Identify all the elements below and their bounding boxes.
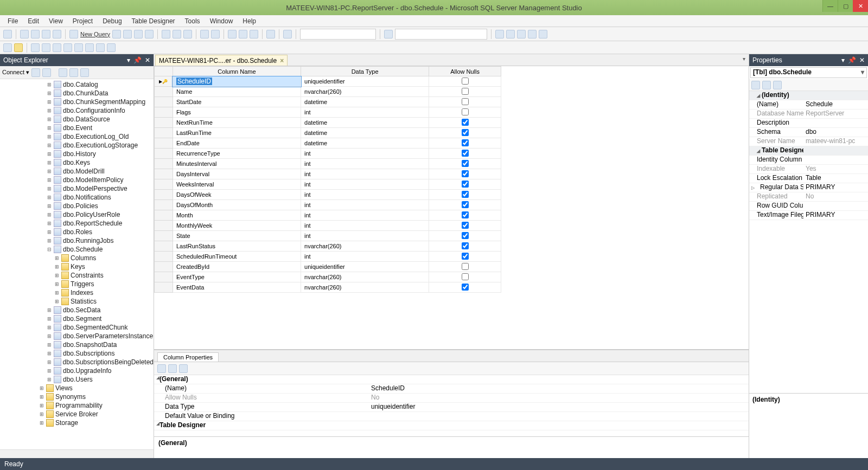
oe-stop-icon[interactable] xyxy=(80,68,89,77)
row-header[interactable] xyxy=(155,272,173,282)
property-value[interactable] xyxy=(803,156,868,164)
expand-icon[interactable]: ⊞ xyxy=(47,169,52,174)
dropdown-icon[interactable]: ▾ xyxy=(841,56,845,64)
data-type-cell[interactable]: uniqueidentifier xyxy=(301,76,429,87)
folder-node[interactable]: ⊞Keys xyxy=(1,262,154,271)
paste-icon[interactable] xyxy=(183,30,192,38)
allow-nulls-cell[interactable] xyxy=(429,76,501,87)
property-row[interactable]: Schemadbo xyxy=(749,128,868,137)
allow-nulls-cell[interactable] xyxy=(429,231,501,241)
close-panel-icon[interactable]: ✕ xyxy=(145,56,150,64)
expand-icon[interactable]: ⊞ xyxy=(47,351,52,356)
allow-nulls-cell[interactable] xyxy=(429,149,501,159)
table-node[interactable]: ⊞dbo.ExecutionLog_Old xyxy=(1,132,154,141)
column-header-nulls[interactable]: Allow Nulls xyxy=(429,67,501,76)
row-header[interactable] xyxy=(155,138,173,149)
column-row[interactable]: CreatedByIduniqueidentifier xyxy=(155,262,501,272)
oe-refresh-icon[interactable] xyxy=(69,68,78,77)
column-row[interactable]: RecurrenceTypeint xyxy=(155,149,501,159)
allow-nulls-checkbox[interactable] xyxy=(462,253,469,260)
allow-nulls-cell[interactable] xyxy=(429,210,501,221)
allow-nulls-checkbox[interactable] xyxy=(462,273,469,280)
row-header[interactable] xyxy=(155,252,173,262)
menu-item-file[interactable]: File xyxy=(3,16,22,26)
expand-icon[interactable]: ⊞ xyxy=(54,273,60,278)
oe-icon-1[interactable] xyxy=(31,68,40,77)
column-row[interactable]: ScheduledRunTimeoutint xyxy=(155,252,501,262)
expand-icon[interactable]: ⊟ xyxy=(47,247,52,252)
column-name-cell[interactable]: DaysOfMonth xyxy=(173,200,301,210)
row-header[interactable] xyxy=(155,97,173,107)
property-row[interactable]: Lock EscalationTable xyxy=(749,174,868,183)
script-icon-4[interactable] xyxy=(63,43,72,52)
allow-nulls-cell[interactable] xyxy=(429,87,501,97)
table-node[interactable]: ⊞dbo.DataSource xyxy=(1,115,154,124)
data-type-cell[interactable]: datetime xyxy=(301,118,429,128)
properties-grid[interactable]: ◢(Identity)(Name)ScheduleDatabase NameRe… xyxy=(749,91,868,393)
expand-icon[interactable]: ⊞ xyxy=(54,290,60,295)
property-row[interactable]: ▷Regular Data SpacPRIMARY xyxy=(749,183,868,192)
column-row[interactable]: LastRunStatusnvarchar(260) xyxy=(155,241,501,252)
expand-icon[interactable]: ⊞ xyxy=(47,238,52,243)
property-category[interactable]: ◢(Identity) xyxy=(749,91,868,100)
data-type-cell[interactable]: int xyxy=(301,221,429,231)
script-icon-1[interactable] xyxy=(31,43,40,52)
property-value[interactable]: uniqueidentifier xyxy=(371,403,749,411)
allow-nulls-checkbox[interactable] xyxy=(462,232,469,239)
connect-button[interactable]: Connect ▾ xyxy=(2,69,29,76)
allow-nulls-cell[interactable] xyxy=(429,282,501,293)
table-node[interactable]: ⊞dbo.PolicyUserRole xyxy=(1,210,154,219)
data-type-cell[interactable]: int xyxy=(301,179,429,190)
property-value[interactable]: Table xyxy=(803,174,868,183)
property-value[interactable] xyxy=(803,119,868,127)
pin-icon[interactable]: 📌 xyxy=(133,56,142,64)
row-header[interactable] xyxy=(155,159,173,169)
collapse-icon[interactable]: ◢ xyxy=(156,421,159,426)
allow-nulls-cell[interactable] xyxy=(429,118,501,128)
column-row[interactable]: DaysIntervalint xyxy=(155,169,501,179)
row-header[interactable] xyxy=(155,107,173,118)
row-header[interactable] xyxy=(155,210,173,221)
data-type-cell[interactable]: nvarchar(260) xyxy=(301,241,429,252)
table-view-icon[interactable] xyxy=(3,43,12,52)
column-name-cell[interactable]: ScheduleID xyxy=(173,76,301,87)
pin-icon[interactable]: 📌 xyxy=(848,56,856,64)
category-row[interactable]: ◢ Table Designer xyxy=(154,421,749,430)
script-icon-3[interactable] xyxy=(53,43,61,52)
allow-nulls-cell[interactable] xyxy=(429,138,501,149)
start-debug-icon[interactable] xyxy=(283,30,292,38)
data-type-cell[interactable]: datetime xyxy=(301,128,429,138)
copy-icon[interactable] xyxy=(173,30,181,38)
dropdown-icon[interactable]: ▾ xyxy=(861,68,864,76)
allow-nulls-checkbox[interactable] xyxy=(462,160,469,167)
row-header[interactable] xyxy=(155,241,173,252)
column-row[interactable]: Stateint xyxy=(155,231,501,241)
column-row[interactable]: MonthlyWeekint xyxy=(155,221,501,231)
table-node[interactable]: ⊞dbo.SubscriptionsBeingDeleted xyxy=(1,358,154,366)
column-properties-tab[interactable]: Column Properties xyxy=(157,352,219,362)
expand-icon[interactable]: ⊞ xyxy=(47,316,52,321)
oe-icon-2[interactable] xyxy=(42,68,51,77)
menu-item-debug[interactable]: Debug xyxy=(98,16,126,26)
column-row[interactable]: EventTypenvarchar(260) xyxy=(155,272,501,282)
expand-icon[interactable]: ⊞ xyxy=(47,333,52,339)
folder-node[interactable]: ⊞Synonyms xyxy=(1,392,154,401)
table-node[interactable]: ⊞dbo.UpgradeInfo xyxy=(1,366,154,375)
allow-nulls-checkbox[interactable] xyxy=(462,242,469,249)
properties-object-selector[interactable]: [Tbl] dbo.Schedule ▾ xyxy=(750,67,867,78)
find-icon[interactable] xyxy=(250,30,258,38)
row-header[interactable] xyxy=(155,282,173,293)
close-button[interactable]: ✕ xyxy=(853,0,868,12)
expand-icon[interactable]: ⊞ xyxy=(47,203,52,209)
property-value[interactable]: Schedule xyxy=(803,100,868,109)
property-row[interactable]: (Name)Schedule xyxy=(749,100,868,110)
table-node[interactable]: ⊞dbo.Notifications xyxy=(1,193,154,202)
expand-icon[interactable]: ⊞ xyxy=(47,325,52,330)
allow-nulls-cell[interactable] xyxy=(429,128,501,138)
script-icon-8[interactable] xyxy=(107,43,116,52)
allow-nulls-checkbox[interactable] xyxy=(462,98,469,105)
maximize-button[interactable]: ▢ xyxy=(838,0,853,12)
expand-icon[interactable]: ⊞ xyxy=(47,134,52,139)
expand-icon[interactable]: ⊞ xyxy=(47,108,52,113)
expand-icon[interactable]: ⊞ xyxy=(47,307,52,313)
